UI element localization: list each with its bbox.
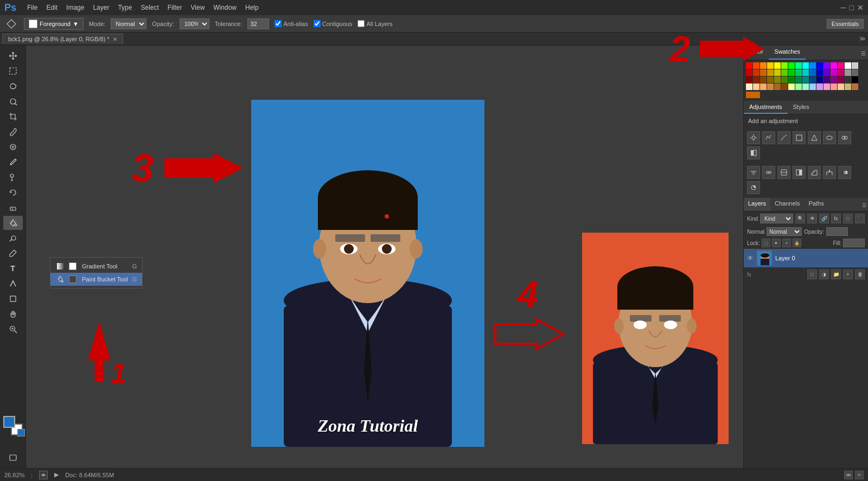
channel-mixer-adj-btn[interactable] [762,166,775,179]
swatch-navy[interactable] [809,76,816,83]
swatch-indigo[interactable] [824,76,830,83]
swatch-brown[interactable] [760,76,767,83]
menu-image[interactable]: Image [66,4,84,11]
levels-adj-btn[interactable] [762,131,775,144]
history-brush-tool[interactable] [3,185,23,200]
healing-brush-tool[interactable] [3,140,23,154]
lock-position-btn[interactable]: ✦ [772,239,781,247]
move-tool[interactable] [3,49,23,63]
delete-layer-btn[interactable]: 🗑 [855,270,865,279]
lasso-tool[interactable] [3,79,23,93]
swatch-white[interactable] [845,62,851,69]
menu-edit[interactable]: Edit [46,4,58,11]
pen-tool[interactable] [3,246,23,260]
swatch-bright-yellow[interactable] [774,62,781,69]
swatch-dark-orange-red[interactable] [753,69,760,76]
swatch-sky-blue[interactable] [809,84,816,90]
swatch-black[interactable] [852,76,858,83]
swatch-gold[interactable] [845,84,851,90]
vibrance-adj-btn[interactable] [808,131,821,144]
quick-mask-tool[interactable] [3,451,23,465]
swatch-rose[interactable] [824,84,830,90]
menu-type[interactable]: Type [118,4,132,11]
layer-smartobj-icon-btn[interactable]: ⬛ [855,214,865,223]
swatch-apricot[interactable] [838,84,844,90]
hsl-adj-btn[interactable] [823,131,836,144]
swatch-wine[interactable] [838,76,844,83]
swatch-dark-pink[interactable] [838,69,844,76]
swatches-tab[interactable]: Swatches [769,46,806,60]
menu-view[interactable]: View [191,4,205,11]
layer-visibility-eye[interactable]: 👁 [747,254,754,262]
swatch-burnt-orange[interactable] [746,92,760,98]
layer-style-icon-btn[interactable]: fx [831,214,841,223]
swatch-tan[interactable] [767,84,774,90]
tool-options-icon[interactable] [4,17,18,31]
kind-select[interactable]: Kind [760,214,793,223]
swatch-purple2[interactable] [831,69,837,76]
opacity-select[interactable]: 100% [180,18,209,29]
paint-bucket-tool-item[interactable]: Paint Bucket Tool G [50,273,142,286]
panel-options-icon[interactable]: ☰ [859,46,868,60]
color-lookup-adj-btn[interactable] [777,166,790,179]
layer-search-icon-btn[interactable]: 🔍 [795,214,805,223]
menu-file[interactable]: File [27,4,37,11]
contiguous-check[interactable]: Contiguous [314,20,353,27]
swatch-green-cyan[interactable] [795,62,802,69]
swatch-light-orange[interactable] [760,84,767,90]
swatch-yellow-green[interactable] [781,62,788,69]
swatch-blue-cyan[interactable] [809,62,816,69]
tab-close-icon[interactable]: ✕ [113,36,117,42]
crop-tool[interactable] [3,110,23,124]
type-tool[interactable]: T [3,261,23,275]
swatch-copper[interactable] [852,84,858,90]
swatch-mint[interactable] [802,84,809,90]
all-layers-check[interactable]: All Layers [358,20,392,27]
swatch-skin[interactable] [753,84,760,90]
swatch-dark-brown[interactable] [767,76,774,83]
swatch-medium-green2[interactable] [788,69,795,76]
maximize-btn[interactable]: □ [850,3,854,12]
swatch-blue[interactable] [816,62,823,69]
gradient-tool-item[interactable]: Gradient Tool G [50,260,142,273]
new-layer-btn[interactable]: + [843,270,853,279]
posterize-adj-btn[interactable] [808,166,821,179]
minimize-btn[interactable]: ─ [841,3,846,12]
swatch-salmon[interactable] [831,84,837,90]
swatch-medium-blue[interactable] [809,69,816,76]
swatch-light-gray[interactable] [852,62,858,69]
color-swatch-area[interactable] [3,416,23,435]
quick-select-tool[interactable] [3,94,23,108]
layer-mask-icon-btn[interactable]: □ [843,214,853,223]
swatch-light-green[interactable] [795,84,802,90]
swatch-light-lime[interactable] [788,84,795,90]
swatch-lavender[interactable] [816,84,823,90]
dodge-tool[interactable] [3,231,23,245]
lock-artboard-btn[interactable]: + [782,239,791,247]
status-link-icon[interactable] [844,471,853,479]
menu-select[interactable]: Select [141,4,158,11]
tolerance-input[interactable] [247,18,269,29]
paint-bucket-tool[interactable] [3,216,23,230]
swatch-forest-green[interactable] [781,76,788,83]
gradient-map-adj-btn[interactable] [838,166,851,179]
file-tab[interactable]: bck1.png @ 26.8% (Layer 0, RGB/8) * ✕ [2,34,123,44]
clone-stamp-tool[interactable] [3,170,23,184]
new-group-btn[interactable]: 📁 [831,270,841,279]
layers-tab-btn[interactable]: Layers [744,198,770,211]
photo-filter-adj-btn[interactable] [747,166,760,179]
channels-tab-btn[interactable]: Channels [770,198,804,211]
swatch-dark-gray[interactable] [852,69,858,76]
swatch-medium-blue2[interactable] [816,69,823,76]
lock-all-btn[interactable]: 🔒 [793,239,801,247]
exposure-adj-btn[interactable] [793,131,806,144]
swatch-olive[interactable] [774,69,781,76]
essentials-button[interactable]: Essentials [827,19,864,29]
swatch-peach[interactable] [746,84,752,90]
swatch-green[interactable] [788,62,795,69]
styles-tab[interactable]: Styles [788,101,815,114]
swatch-medium-gray[interactable] [845,69,851,76]
foreground-color-swatch[interactable] [3,416,15,428]
foreground-button[interactable]: Foreground ▼ [24,18,84,30]
swatch-pink[interactable] [838,62,844,69]
